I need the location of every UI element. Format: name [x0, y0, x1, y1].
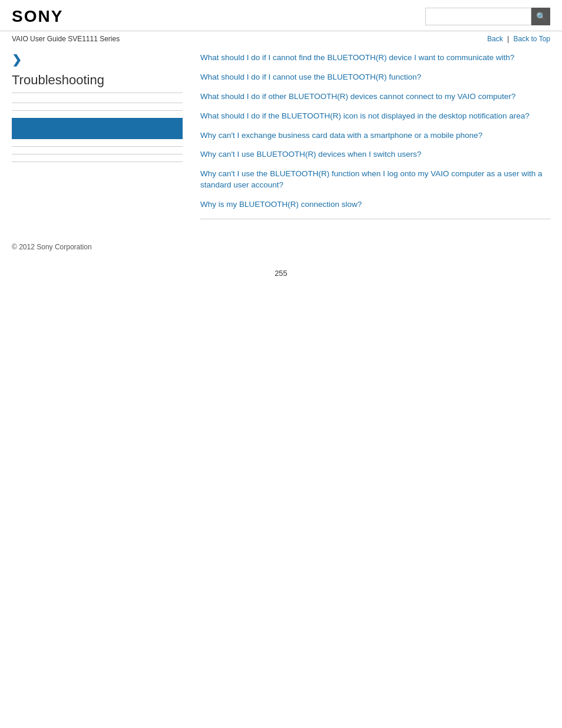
copyright: © 2012 Sony Corporation — [12, 243, 92, 251]
search-button[interactable]: 🔍 — [531, 8, 550, 25]
guide-title: VAIO User Guide SVE1111 Series — [12, 35, 120, 43]
list-item: What should I do if other BLUETOOTH(R) d… — [200, 91, 550, 103]
topic-link[interactable]: What should I do if I cannot use the BLU… — [200, 73, 421, 81]
topic-link[interactable]: Why can't I use the BLUETOOTH(R) functio… — [200, 169, 543, 189]
links-list: What should I do if I cannot find the BL… — [200, 52, 550, 210]
topic-link[interactable]: Why is my BLUETOOTH(R) connection slow? — [200, 200, 362, 209]
list-item: Why can't I use the BLUETOOTH(R) functio… — [200, 169, 550, 191]
footer: © 2012 Sony Corporation — [0, 231, 562, 257]
right-content: What should I do if I cannot find the BL… — [194, 52, 550, 219]
back-link[interactable]: Back — [487, 35, 503, 43]
topic-link[interactable]: What should I do if other BLUETOOTH(R) d… — [200, 92, 515, 101]
sidebar-title: Troubleshooting — [12, 73, 183, 93]
search-icon: 🔍 — [536, 12, 546, 21]
back-to-top-link[interactable]: Back to Top — [514, 35, 550, 43]
sidebar-divider-1 — [12, 103, 183, 103]
list-item: What should I do if I cannot find the BL… — [200, 52, 550, 64]
main-content: ❯ Troubleshooting What should I do if I … — [0, 47, 562, 231]
sub-header: VAIO User Guide SVE1111 Series Back | Ba… — [0, 31, 562, 47]
list-item: What should I do if the BLUETOOTH(R) ico… — [200, 111, 550, 122]
topic-link[interactable]: What should I do if I cannot find the BL… — [200, 53, 514, 62]
sidebar-divider-3 — [12, 146, 183, 147]
list-item: Why is my BLUETOOTH(R) connection slow? — [200, 199, 550, 210]
topic-link[interactable]: Why can't I use BLUETOOTH(R) devices whe… — [200, 150, 421, 159]
list-item: What should I do if I cannot use the BLU… — [200, 72, 550, 83]
sidebar-arrow: ❯ — [12, 52, 183, 67]
header: SONY 🔍 — [0, 0, 562, 31]
list-item: Why can't I exchange business card data … — [200, 130, 550, 141]
list-item: Why can't I use BLUETOOTH(R) devices whe… — [200, 149, 550, 160]
page-number: 255 — [0, 257, 562, 284]
topic-link[interactable]: What should I do if the BLUETOOTH(R) ico… — [200, 111, 530, 120]
bottom-rule — [200, 219, 550, 219]
sidebar-active-block[interactable] — [12, 118, 183, 139]
sidebar-divider-2 — [12, 110, 183, 111]
search-input[interactable] — [425, 8, 531, 25]
nav-links: Back | Back to Top — [487, 35, 550, 43]
topic-link[interactable]: Why can't I exchange business card data … — [200, 131, 482, 140]
nav-separator: | — [507, 35, 509, 43]
sidebar: ❯ Troubleshooting — [12, 52, 194, 219]
sony-logo: SONY — [12, 7, 63, 26]
sidebar-divider-4 — [12, 154, 183, 154]
search-box: 🔍 — [425, 8, 550, 25]
sidebar-divider-5 — [12, 162, 183, 162]
